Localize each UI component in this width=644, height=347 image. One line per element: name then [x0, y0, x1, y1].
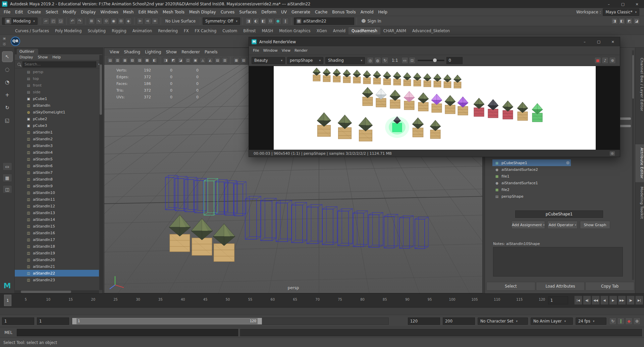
outliner-item-aistandin18[interactable]: ◫aiStandIn18	[15, 243, 99, 250]
arnold-titlebar[interactable]: M Arnold RenderView –▢×	[249, 37, 620, 46]
viewport-menu-show[interactable]: Show	[164, 50, 179, 54]
viewport-menu-panels[interactable]: Panels	[203, 50, 220, 54]
outliner-item-aistandin6[interactable]: ◫aiStandIn6	[15, 162, 99, 169]
outliner-item-persp[interactable]: ▤persp	[15, 68, 99, 75]
outliner-item-aistandin23[interactable]: ◫aiStandIn23	[15, 277, 99, 283]
outliner-item-pcube2[interactable]: ▣pCube2	[15, 115, 99, 122]
outliner-item-aistandin20[interactable]: ◫aiStandIn20	[15, 256, 99, 263]
workspace-dropdown[interactable]: Maya Classic*	[603, 8, 639, 16]
outliner-menu-show[interactable]: Show	[36, 55, 50, 59]
animation-end-field[interactable]: 200	[443, 317, 475, 325]
outliner-pane-layout[interactable]: ◫	[3, 185, 12, 193]
outliner-menu-help[interactable]: Help	[50, 55, 63, 59]
select-camera-icon[interactable]: ▤	[107, 57, 113, 63]
grease-pencil-icon[interactable]: ◧	[151, 57, 158, 63]
animation-start-field[interactable]: 1	[37, 317, 69, 325]
launch-progressive-render-icon[interactable]: ●	[275, 18, 281, 24]
shelf-tab-rendering[interactable]: Rendering	[155, 27, 181, 35]
show-channel-box-icon[interactable]: ◨	[611, 18, 618, 24]
outliner-item-aiskydomelight1[interactable]: ◍aiSkyDomeLight1	[15, 109, 99, 115]
safe-action-icon[interactable]: ◬	[200, 57, 206, 63]
shelf-tab-motion-graphics[interactable]: Motion Graphics	[276, 27, 313, 35]
snap-to-curve-icon[interactable]: ∿	[96, 18, 102, 24]
attribute-node-pcubeshape1[interactable]: ▦pCubeShape1	[492, 159, 571, 166]
close-button[interactable]: ×	[606, 37, 620, 46]
menu-edit[interactable]: Edit	[13, 8, 25, 16]
outliner-item-aistandin19[interactable]: ◫aiStandIn19	[15, 250, 99, 256]
outliner-item-aistandin10[interactable]: ◫aiStandIn10	[15, 189, 99, 196]
menu-bonus-tools[interactable]: Bonus Tools	[330, 8, 358, 16]
outliner-item-side[interactable]: ▤side	[15, 89, 99, 95]
attribute-node-perspshape[interactable]: ▤perspShape	[492, 193, 571, 200]
outliner-item-top[interactable]: ▤top	[15, 75, 99, 82]
outliner-search-input[interactable]	[22, 61, 96, 67]
arnold-menu-file[interactable]: File	[251, 48, 261, 53]
viewport-menu-shading[interactable]: Shading	[122, 50, 142, 54]
outliner-item-aistandin17[interactable]: ◫aiStandIn17	[15, 236, 99, 243]
show-graph-button[interactable]: Show Graph	[580, 221, 610, 229]
playback-start-field[interactable]: 1	[2, 317, 34, 325]
single-pane-layout[interactable]: ▭	[3, 162, 12, 170]
command-line-input[interactable]	[17, 329, 238, 336]
anim-layer-dropdown[interactable]: No Anim Layer	[531, 317, 573, 325]
copy-tab-button[interactable]: Copy Tab	[585, 282, 634, 291]
panel-tab-modeling-toolkit[interactable]: Modeling Toolkit	[635, 183, 644, 222]
open-scene-icon[interactable]: ◰	[50, 18, 57, 24]
frame-all-icon[interactable]: ▤	[214, 57, 221, 63]
outliner-item-front[interactable]: ▤front	[15, 82, 99, 89]
outliner-item-aistandin14[interactable]: ◫aiStandIn14	[15, 216, 99, 223]
command-line-language-toggle[interactable]: MEL	[2, 330, 15, 335]
arnold-menu-render[interactable]: Render	[292, 48, 310, 53]
show-tool-settings-icon[interactable]: ◩	[626, 18, 633, 24]
load-attributes-button[interactable]: Load Attributes	[536, 282, 585, 291]
snap-to-point-icon[interactable]: ⊙	[103, 18, 110, 24]
timeline-ruler[interactable]: 1 51015202530354045505560657075808590951…	[0, 294, 545, 307]
add-assignment-button[interactable]: Add Assignment▾	[512, 221, 545, 229]
selection-name-field[interactable]: ▦ aiStandIn22	[294, 17, 354, 25]
shelf-tab-fx[interactable]: FX	[181, 27, 192, 35]
outliner-item-aistandin5[interactable]: ◫aiStandIn5	[15, 156, 99, 162]
menu-deform[interactable]: Deform	[259, 8, 279, 16]
shelf-menu-icon[interactable]: ≡	[2, 36, 7, 41]
window-titlebar[interactable]: M Autodesk Maya 2019.2 - Educational Ver…	[0, 0, 644, 8]
outliner-item-aistandin8[interactable]: ◫aiStandIn8	[15, 176, 99, 183]
fps-dropdown[interactable]: 24 fps	[576, 317, 606, 325]
evaluation-mode-icon[interactable]: ‖	[617, 317, 625, 325]
attribute-node-aistandardsurface1[interactable]: ●aiStandardSurface1	[492, 180, 571, 186]
scale-tool[interactable]: ◱	[2, 115, 12, 126]
time-slider[interactable]: 1 51015202530354045505560657075808590951…	[0, 293, 644, 315]
menu-windows[interactable]: Windows	[98, 8, 121, 16]
shelf-tab-bifrost[interactable]: Bifrost	[240, 27, 259, 35]
arnold-renderview-window[interactable]: M Arnold RenderView –▢× FileWindowViewRe…	[249, 37, 620, 157]
outliner-item-pcube1[interactable]: ▣pCube1	[15, 95, 99, 102]
attribute-editor-scrollbar[interactable]	[632, 50, 634, 280]
menu-mesh-tools[interactable]: Mesh Tools	[160, 8, 187, 16]
refresh-icon[interactable]: ↻	[382, 57, 388, 64]
menu-edit-mesh[interactable]: Edit Mesh	[136, 8, 160, 16]
outliner-item-aistandin21[interactable]: ◫aiStandIn21	[15, 263, 99, 270]
panel-tab-attribute-editor[interactable]: Attribute Editor	[635, 144, 644, 182]
shelf-tab-quadremesh[interactable]: QuadRemesh	[348, 27, 380, 35]
ipr-render-icon[interactable]: ◐	[253, 18, 259, 24]
crop-icon[interactable]: ⊡	[409, 57, 416, 64]
save-scene-icon[interactable]: ◲	[57, 18, 64, 24]
outliner-item-pcube3[interactable]: ▣pCube3	[15, 122, 99, 129]
lasso-tool[interactable]: ◌	[2, 64, 12, 75]
outliner-item-aistandin13[interactable]: ◫aiStandIn13	[15, 209, 99, 216]
go-to-end-button[interactable]: ▶|	[635, 296, 643, 305]
safe-title-icon[interactable]: ◭	[207, 57, 213, 63]
wireframe-icon[interactable]: ▦	[233, 57, 239, 63]
outliner-menu-display[interactable]: Display	[17, 55, 35, 59]
quadremesh-shelf-button[interactable]: QR	[11, 37, 20, 46]
audio-icon[interactable]: ♪	[602, 57, 608, 64]
menu-arnold[interactable]: Arnold	[358, 8, 376, 16]
move-tool[interactable]: +	[2, 90, 12, 100]
menu-curves[interactable]: Curves	[218, 8, 237, 16]
shelf-tab-rigging[interactable]: Rigging	[109, 27, 129, 35]
abort-icon[interactable]: ■	[594, 57, 601, 64]
maximize-button[interactable]: ▢	[616, 0, 630, 8]
open-render-view-icon[interactable]: ◨	[245, 18, 252, 24]
outliner-tab[interactable]: Outliner	[17, 49, 38, 54]
outliner-item-aistandin11[interactable]: ◫aiStandIn11	[15, 196, 99, 203]
render-settings-icon[interactable]: ⊡	[267, 18, 274, 24]
